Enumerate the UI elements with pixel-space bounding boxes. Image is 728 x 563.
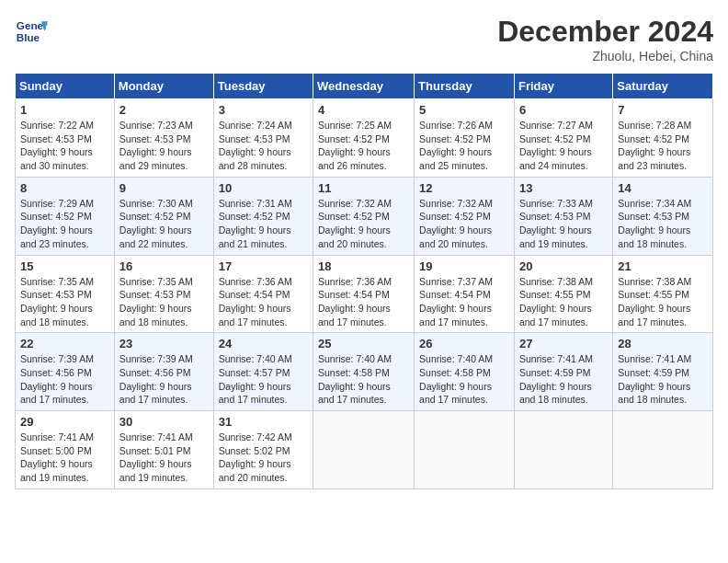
daylight-label: Daylight: 9 hours and 19 minutes. [519,224,592,249]
daylight-label: Daylight: 9 hours and 28 minutes. [219,146,291,171]
daylight-label: Daylight: 9 hours and 21 minutes. [219,224,291,249]
daylight-label: Daylight: 9 hours and 30 minutes. [20,146,93,171]
daylight-label: Daylight: 9 hours and 19 minutes. [20,458,93,483]
day-info: Sunrise: 7:41 AM Sunset: 5:01 PM Dayligh… [119,431,209,485]
weekday-header-cell: Monday [114,74,213,99]
calendar-day-cell: 7 Sunrise: 7:28 AM Sunset: 4:52 PM Dayli… [613,99,713,178]
calendar-day-cell: 21 Sunrise: 7:38 AM Sunset: 4:55 PM Dayl… [613,255,713,333]
day-info: Sunrise: 7:28 AM Sunset: 4:52 PM Dayligh… [618,119,708,173]
calendar-table: SundayMondayTuesdayWednesdayThursdayFrid… [15,73,713,489]
calendar-day-cell: 27 Sunrise: 7:41 AM Sunset: 4:59 PM Dayl… [514,333,612,411]
calendar-day-cell [415,411,515,489]
sunset-label: Sunset: 4:56 PM [20,367,92,378]
day-info: Sunrise: 7:40 AM Sunset: 4:58 PM Dayligh… [318,352,409,407]
sunset-label: Sunset: 4:52 PM [618,133,689,144]
sunset-label: Sunset: 4:53 PM [20,289,92,300]
sunrise-label: Sunrise: 7:41 AM [519,353,593,364]
sunrise-label: Sunrise: 7:25 AM [318,120,392,131]
day-number: 10 [219,181,308,195]
svg-text:Blue: Blue [17,31,40,43]
calendar-day-cell: 28 Sunrise: 7:41 AM Sunset: 4:59 PM Dayl… [613,333,713,411]
sunset-label: Sunset: 4:53 PM [618,211,689,222]
day-number: 11 [318,181,409,195]
sunrise-label: Sunrise: 7:35 AM [119,276,193,287]
day-info: Sunrise: 7:38 AM Sunset: 4:55 PM Dayligh… [519,275,608,329]
daylight-label: Daylight: 9 hours and 17 minutes. [419,381,492,406]
calendar-day-cell: 2 Sunrise: 7:23 AM Sunset: 4:53 PM Dayli… [114,99,213,178]
daylight-label: Daylight: 9 hours and 17 minutes. [219,381,291,406]
calendar-day-cell: 8 Sunrise: 7:29 AM Sunset: 4:52 PM Dayli… [16,177,115,255]
logo-icon: General Blue [15,15,48,48]
daylight-label: Daylight: 9 hours and 17 minutes. [419,303,492,327]
day-number: 6 [519,103,608,117]
sunrise-label: Sunrise: 7:23 AM [119,120,193,131]
calendar-day-cell [313,411,415,489]
daylight-label: Daylight: 9 hours and 26 minutes. [318,146,391,171]
daylight-label: Daylight: 9 hours and 24 minutes. [519,146,592,171]
sunrise-label: Sunrise: 7:38 AM [519,276,593,287]
logo: General Blue [15,15,48,48]
calendar-day-cell: 11 Sunrise: 7:32 AM Sunset: 4:52 PM Dayl… [313,177,415,255]
daylight-label: Daylight: 9 hours and 20 minutes. [419,224,492,249]
calendar-day-cell: 31 Sunrise: 7:42 AM Sunset: 5:02 PM Dayl… [213,411,313,489]
daylight-label: Daylight: 9 hours and 18 minutes. [20,303,93,327]
sunrise-label: Sunrise: 7:38 AM [618,276,691,287]
day-info: Sunrise: 7:22 AM Sunset: 4:53 PM Dayligh… [20,119,109,173]
daylight-label: Daylight: 9 hours and 17 minutes. [20,381,93,406]
sunset-label: Sunset: 4:59 PM [519,367,591,378]
day-number: 5 [419,103,509,117]
day-info: Sunrise: 7:31 AM Sunset: 4:52 PM Dayligh… [219,197,308,251]
day-info: Sunrise: 7:33 AM Sunset: 4:53 PM Dayligh… [519,197,608,251]
sunset-label: Sunset: 4:52 PM [419,133,491,144]
sunset-label: Sunset: 4:54 PM [219,289,290,300]
day-number: 26 [419,337,509,350]
day-number: 23 [119,337,209,350]
sunset-label: Sunset: 5:00 PM [20,445,92,456]
day-number: 31 [219,415,308,429]
day-info: Sunrise: 7:32 AM Sunset: 4:52 PM Dayligh… [419,197,509,251]
weekday-header-cell: Tuesday [213,74,313,99]
calendar-day-cell: 16 Sunrise: 7:35 AM Sunset: 4:53 PM Dayl… [114,255,213,333]
sunset-label: Sunset: 4:54 PM [318,289,390,300]
sunset-label: Sunset: 4:56 PM [119,367,191,378]
day-number: 29 [20,415,109,429]
daylight-label: Daylight: 9 hours and 18 minutes. [119,303,192,327]
day-number: 7 [618,103,708,117]
day-info: Sunrise: 7:30 AM Sunset: 4:52 PM Dayligh… [119,197,209,251]
sunrise-label: Sunrise: 7:42 AM [219,431,292,442]
day-info: Sunrise: 7:42 AM Sunset: 5:02 PM Dayligh… [219,431,308,485]
day-info: Sunrise: 7:36 AM Sunset: 4:54 PM Dayligh… [318,275,409,329]
calendar-day-cell: 13 Sunrise: 7:33 AM Sunset: 4:53 PM Dayl… [514,177,612,255]
sunrise-label: Sunrise: 7:41 AM [20,431,94,442]
day-info: Sunrise: 7:38 AM Sunset: 4:55 PM Dayligh… [618,275,708,329]
calendar-day-cell [514,411,612,489]
daylight-label: Daylight: 9 hours and 20 minutes. [318,224,391,249]
day-info: Sunrise: 7:24 AM Sunset: 4:53 PM Dayligh… [219,119,308,173]
day-number: 17 [219,259,308,273]
day-info: Sunrise: 7:40 AM Sunset: 4:57 PM Dayligh… [219,352,308,407]
sunset-label: Sunset: 4:53 PM [20,133,92,144]
sunrise-label: Sunrise: 7:28 AM [618,120,691,131]
daylight-label: Daylight: 9 hours and 23 minutes. [618,146,690,171]
sunset-label: Sunset: 4:52 PM [119,211,191,222]
daylight-label: Daylight: 9 hours and 20 minutes. [219,458,291,483]
sunrise-label: Sunrise: 7:39 AM [20,353,94,364]
day-number: 1 [20,103,109,117]
weekday-header-cell: Wednesday [313,74,415,99]
sunrise-label: Sunrise: 7:32 AM [419,198,493,209]
day-info: Sunrise: 7:41 AM Sunset: 5:00 PM Dayligh… [20,431,109,485]
calendar-day-cell: 9 Sunrise: 7:30 AM Sunset: 4:52 PM Dayli… [114,177,213,255]
day-info: Sunrise: 7:27 AM Sunset: 4:52 PM Dayligh… [519,119,608,173]
sunset-label: Sunset: 4:53 PM [519,211,591,222]
day-number: 28 [618,337,708,350]
sunrise-label: Sunrise: 7:33 AM [519,198,593,209]
sunrise-label: Sunrise: 7:26 AM [419,120,493,131]
calendar-day-cell: 15 Sunrise: 7:35 AM Sunset: 4:53 PM Dayl… [16,255,115,333]
sunset-label: Sunset: 4:52 PM [519,133,591,144]
daylight-label: Daylight: 9 hours and 17 minutes. [318,381,391,406]
day-number: 9 [119,181,209,195]
calendar-day-cell: 26 Sunrise: 7:40 AM Sunset: 4:58 PM Dayl… [415,333,515,411]
sunset-label: Sunset: 4:58 PM [419,367,491,378]
day-number: 22 [20,337,109,350]
day-number: 16 [119,259,209,273]
